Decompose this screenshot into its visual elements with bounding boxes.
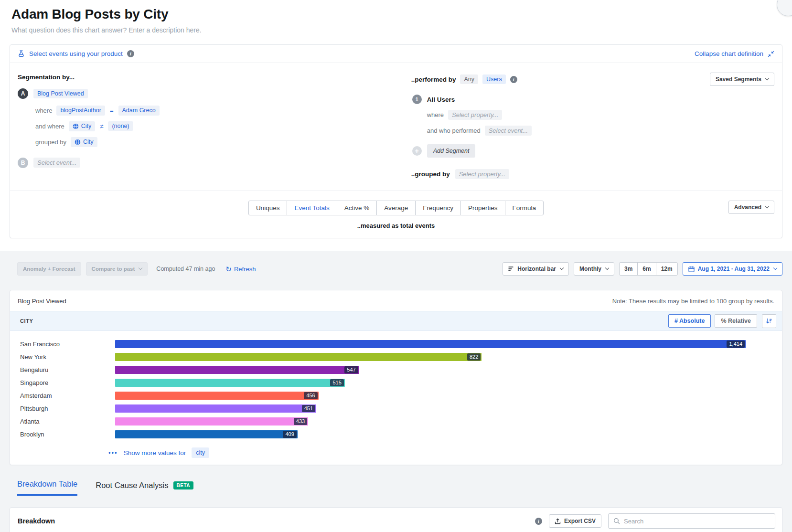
- add-segment-row: + Add Segment: [412, 144, 774, 158]
- date-range-picker[interactable]: Aug 1, 2021 - Aug 31, 2022: [683, 262, 782, 276]
- info-icon[interactable]: [127, 50, 134, 57]
- globe-icon: [73, 123, 79, 129]
- bar[interactable]: 409: [115, 430, 298, 438]
- range-button-group: 3m6m12m: [619, 262, 678, 276]
- metric-tab-event-totals[interactable]: Event Totals: [287, 201, 337, 215]
- collapse-definition-link[interactable]: Collapse chart definition: [695, 50, 763, 57]
- segment-name[interactable]: All Users: [427, 96, 455, 103]
- page: Adam Blog Posts by City What question do…: [0, 0, 792, 532]
- bar[interactable]: 456: [115, 392, 319, 400]
- bar-row-singapore: Singapore515: [10, 376, 782, 389]
- saved-segments-button[interactable]: Saved Segments: [710, 73, 774, 86]
- metric-tab-frequency[interactable]: Frequency: [415, 201, 461, 215]
- anomaly-forecast-button[interactable]: Anomaly + Forecast: [17, 262, 81, 276]
- search-input[interactable]: [624, 518, 770, 525]
- segment-row: 1 All Users: [412, 95, 774, 104]
- select-event-placeholder[interactable]: Select event...: [33, 158, 80, 168]
- page-subtitle[interactable]: What question does this chart answer? En…: [11, 26, 781, 34]
- bar-row-bengaluru: Bengaluru547: [10, 363, 782, 376]
- bar-value-label: 515: [330, 379, 343, 386]
- chevron-down-icon: [139, 266, 142, 270]
- chart-type-dropdown[interactable]: Horizontal bar: [503, 262, 569, 276]
- bar[interactable]: 547: [115, 366, 359, 374]
- property-pill-city[interactable]: City: [69, 121, 96, 131]
- show-more-link[interactable]: Show more values for: [124, 449, 186, 457]
- info-icon[interactable]: [510, 76, 517, 83]
- chart-note: Note: These results may be limited to 10…: [612, 298, 774, 305]
- sort-button[interactable]: [762, 314, 776, 328]
- info-icon[interactable]: [535, 518, 542, 525]
- export-icon: [555, 518, 561, 524]
- event-a-badge: A: [18, 88, 28, 99]
- event-b-row: B Select event...: [18, 158, 411, 168]
- calendar-icon: [688, 266, 695, 272]
- metric-tab-active[interactable]: Active %: [337, 201, 377, 215]
- tab-root-cause-analysis[interactable]: Root Cause Analysis BETA: [96, 481, 193, 496]
- definition-body: Segmentation by... A Blog Post Viewed wh…: [10, 63, 782, 191]
- relative-toggle[interactable]: % Relative: [715, 314, 757, 328]
- metric-tab-properties[interactable]: Properties: [460, 201, 505, 215]
- bar[interactable]: 451: [115, 404, 316, 413]
- breakdown-head: Breakdown Export CSV: [10, 508, 782, 532]
- bar-row-san-francisco: San Francisco1,414: [10, 338, 782, 351]
- collapse-icon[interactable]: [768, 51, 774, 57]
- metric-tab-formula[interactable]: Formula: [505, 201, 544, 215]
- refresh-button[interactable]: Refresh: [225, 266, 256, 273]
- operator-dropdown[interactable]: ≠: [99, 123, 104, 130]
- metric-tab-uniques[interactable]: Uniques: [248, 201, 288, 215]
- event-a-pill[interactable]: Blog Post Viewed: [33, 89, 88, 99]
- export-label: Export CSV: [564, 518, 596, 524]
- bar[interactable]: 1,414: [115, 340, 746, 348]
- bar[interactable]: 822: [115, 353, 482, 361]
- more-options-icon[interactable]: •••: [108, 449, 118, 457]
- chevron-down-icon: [560, 266, 564, 270]
- range-button-12m[interactable]: 12m: [656, 262, 678, 276]
- bar-value-label: 822: [467, 353, 481, 361]
- select-event-placeholder[interactable]: Select event...: [485, 126, 532, 136]
- select-property-placeholder[interactable]: Select property...: [455, 169, 509, 179]
- bar-category-label: Amsterdam: [10, 392, 115, 399]
- operator-dropdown[interactable]: =: [109, 107, 114, 114]
- bar-track: 409: [115, 430, 746, 438]
- show-more-row: ••• Show more values for city: [10, 442, 782, 461]
- chart-head: Blog Post Viewed Note: These results may…: [10, 290, 782, 311]
- tab-breakdown-table[interactable]: Breakdown Table: [17, 479, 77, 496]
- globe-icon: [75, 139, 81, 145]
- saved-segments-label: Saved Segments: [716, 76, 761, 83]
- range-button-6m[interactable]: 6m: [637, 262, 656, 276]
- performed-by-users-toggle[interactable]: Users: [482, 74, 506, 85]
- bar[interactable]: 433: [115, 417, 308, 426]
- page-header: Adam Blog Posts by City What question do…: [0, 0, 792, 34]
- range-button-3m[interactable]: 3m: [619, 262, 638, 276]
- metric-tabs: UniquesEvent TotalsActive %AverageFreque…: [18, 201, 774, 215]
- property-pill[interactable]: blogPostAuthor: [56, 106, 105, 116]
- interval-dropdown[interactable]: Monthly: [574, 262, 614, 276]
- performed-by-row: ..performed by Any Users Saved Segments: [411, 73, 774, 86]
- sort-icon: [766, 318, 772, 324]
- where-clause: where blogPostAuthor = Adam Greco: [35, 106, 411, 116]
- clause-label: where: [427, 111, 444, 118]
- select-property-placeholder[interactable]: Select property...: [448, 110, 502, 120]
- computed-timestamp: Computed 47 min ago: [156, 266, 215, 272]
- bar-track: 433: [115, 417, 746, 426]
- export-csv-button[interactable]: Export CSV: [549, 514, 601, 528]
- plus-icon[interactable]: +: [412, 146, 422, 156]
- add-segment-button[interactable]: Add Segment: [427, 144, 476, 158]
- advanced-button[interactable]: Advanced: [728, 201, 774, 214]
- value-pill[interactable]: (none): [108, 121, 133, 131]
- select-events-link[interactable]: Select events using your product: [29, 50, 123, 57]
- bar[interactable]: 515: [115, 379, 345, 387]
- performed-by-any-toggle[interactable]: Any: [460, 74, 478, 85]
- bar-track: 515: [115, 379, 746, 387]
- show-more-city-pill[interactable]: city: [192, 447, 209, 458]
- value-pill[interactable]: Adam Greco: [118, 106, 160, 116]
- metric-tab-average[interactable]: Average: [376, 201, 416, 215]
- breakdown-card: Breakdown Export CSV: [10, 507, 782, 532]
- absolute-toggle[interactable]: # Absolute: [668, 314, 711, 328]
- bar-row-amsterdam: Amsterdam456: [10, 389, 782, 402]
- measured-as-text: ..measured as total events: [18, 222, 774, 229]
- search-icon: [613, 518, 620, 524]
- groupby-pill-city[interactable]: City: [71, 137, 97, 147]
- segment-number-badge: 1: [412, 95, 422, 104]
- compare-to-past-button[interactable]: Compare to past: [86, 262, 148, 276]
